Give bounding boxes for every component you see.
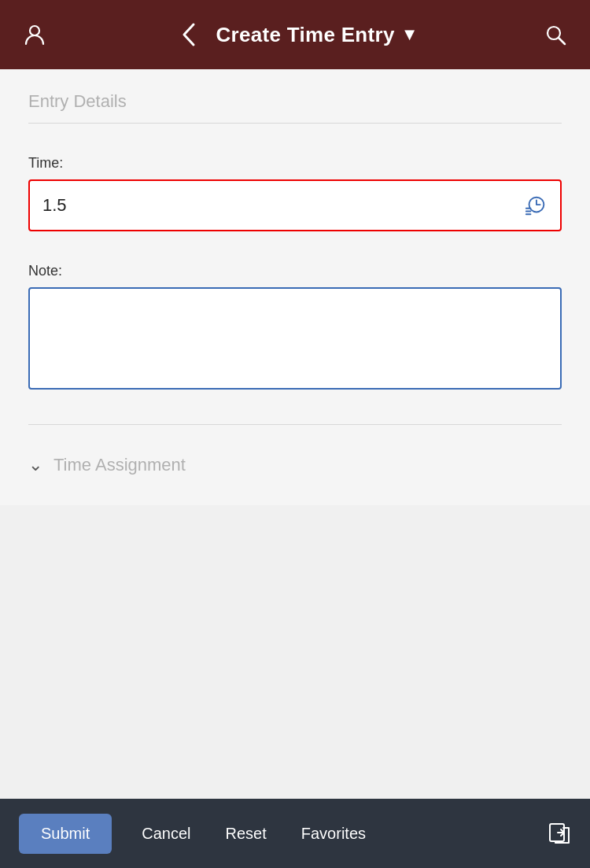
clock-history-icon[interactable] xyxy=(524,194,548,217)
back-button[interactable] xyxy=(172,21,204,48)
note-label: Note: xyxy=(28,263,562,279)
export-icon[interactable] xyxy=(548,822,571,845)
header-title-area: Create Time Entry ▼ xyxy=(172,21,419,48)
time-assignment-chevron[interactable]: ⌄ xyxy=(28,455,42,475)
user-icon[interactable] xyxy=(19,23,50,46)
section-divider xyxy=(28,123,562,124)
page-title: Create Time Entry xyxy=(216,23,395,47)
time-field-group: Time: xyxy=(28,155,562,231)
assignment-section-divider xyxy=(28,424,562,425)
note-field-group: Note: xyxy=(28,263,562,393)
time-input-wrapper xyxy=(28,179,562,231)
app-header: Create Time Entry ▼ xyxy=(0,0,590,69)
main-content: Entry Details Time: Note: xyxy=(0,69,590,505)
submit-button[interactable]: Submit xyxy=(19,814,112,854)
favorites-button[interactable]: Favorites xyxy=(284,814,383,854)
time-input[interactable] xyxy=(42,195,524,216)
time-assignment-label: Time Assignment xyxy=(53,455,186,475)
footer-toolbar: Submit Cancel Reset Favorites xyxy=(0,799,590,868)
section-title: Entry Details xyxy=(28,91,562,112)
svg-point-0 xyxy=(30,26,39,35)
cancel-button[interactable]: Cancel xyxy=(124,814,208,854)
time-label: Time: xyxy=(28,155,562,172)
reset-button[interactable]: Reset xyxy=(208,814,284,854)
title-dropdown-icon[interactable]: ▼ xyxy=(401,24,419,45)
time-assignment-row: ⌄ Time Assignment xyxy=(28,447,562,483)
search-icon[interactable] xyxy=(540,23,571,46)
note-textarea[interactable] xyxy=(28,287,562,390)
